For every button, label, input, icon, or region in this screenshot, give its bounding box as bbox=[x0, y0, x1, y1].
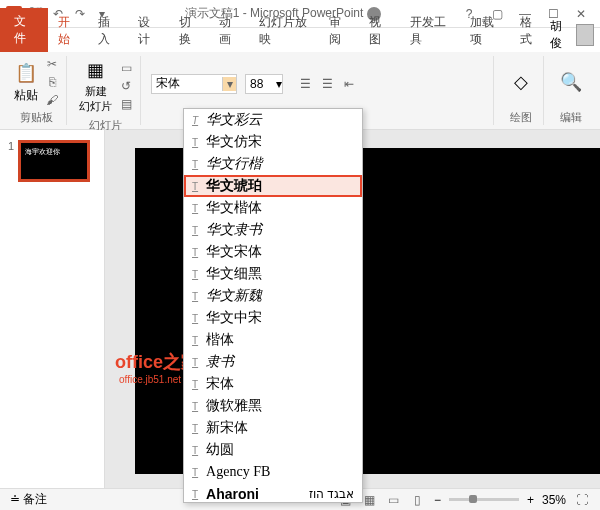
watermark-sub: office.jb51.net bbox=[119, 374, 181, 385]
group-drawing: ◇ 绘图 bbox=[498, 56, 544, 125]
cut-icon[interactable]: ✂ bbox=[44, 56, 60, 72]
tab-design[interactable]: 设计 bbox=[128, 10, 168, 52]
new-slide-icon: ▦ bbox=[84, 58, 108, 82]
username[interactable]: 胡俊 bbox=[550, 18, 569, 52]
tab-insert[interactable]: 插入 bbox=[88, 10, 128, 52]
zoom-level[interactable]: 35% bbox=[542, 493, 566, 507]
font-item[interactable]: T幼圆 bbox=[184, 439, 362, 461]
drawing-button[interactable]: ◇ bbox=[507, 68, 535, 96]
font-item[interactable]: T华文隶书 bbox=[184, 219, 362, 241]
find-button[interactable]: 🔍 bbox=[557, 68, 585, 96]
numbering-icon[interactable]: ☰ bbox=[319, 76, 335, 92]
group-slides: ▦ 新建 幻灯片 ▭ ↺ ▤ 幻灯片 bbox=[71, 56, 141, 125]
font-item[interactable]: T华文仿宋 bbox=[184, 131, 362, 153]
tab-transitions[interactable]: 切换 bbox=[169, 10, 209, 52]
group-editing: 🔍 编辑 bbox=[548, 56, 594, 125]
zoom-slider[interactable] bbox=[449, 498, 519, 501]
font-item[interactable]: T华文楷体 bbox=[184, 197, 362, 219]
font-item[interactable]: T华文彩云 bbox=[184, 109, 362, 131]
reset-icon[interactable]: ↺ bbox=[118, 78, 134, 94]
fit-window-icon[interactable]: ⛶ bbox=[574, 492, 590, 508]
view-reading-icon[interactable]: ▭ bbox=[386, 492, 402, 508]
font-item[interactable]: T华文新魏 bbox=[184, 285, 362, 307]
font-name-input[interactable] bbox=[152, 77, 222, 91]
bullets-icon[interactable]: ☰ bbox=[297, 76, 313, 92]
new-slide-button[interactable]: ▦ 新建 幻灯片 bbox=[77, 56, 114, 116]
tab-review[interactable]: 审阅 bbox=[319, 10, 359, 52]
font-item[interactable]: T宋体 bbox=[184, 373, 362, 395]
tab-addins[interactable]: 加载项 bbox=[460, 10, 510, 52]
group-label: 编辑 bbox=[560, 108, 582, 125]
font-item[interactable]: T华文细黑 bbox=[184, 263, 362, 285]
copy-icon[interactable]: ⎘ bbox=[44, 74, 60, 90]
clipboard-icon: 📋 bbox=[14, 61, 38, 85]
font-item[interactable]: T楷体 bbox=[184, 329, 362, 351]
indent-icon[interactable]: ⇤ bbox=[341, 76, 357, 92]
find-icon: 🔍 bbox=[559, 70, 583, 94]
font-item[interactable]: T华文宋体 bbox=[184, 241, 362, 263]
section-icon[interactable]: ▤ bbox=[118, 96, 134, 112]
slide-number: 1 bbox=[8, 140, 14, 182]
tab-file[interactable]: 文件 bbox=[0, 8, 48, 52]
font-item[interactable]: T隶书 bbox=[184, 351, 362, 373]
font-dropdown-list[interactable]: T华文彩云 T华文仿宋 T华文行楷 T华文琥珀 T华文楷体 T华文隶书 T华文宋… bbox=[183, 108, 363, 503]
view-sorter-icon[interactable]: ▦ bbox=[362, 492, 378, 508]
group-clipboard: 📋 粘贴 ✂ ⎘ 🖌 剪贴板 bbox=[6, 56, 67, 125]
tab-view[interactable]: 视图 bbox=[359, 10, 399, 52]
font-item[interactable]: T新宋体 bbox=[184, 417, 362, 439]
tab-format[interactable]: 格式 bbox=[510, 10, 550, 52]
group-label: 剪贴板 bbox=[20, 108, 53, 125]
view-slideshow-icon[interactable]: ▯ bbox=[410, 492, 426, 508]
font-item[interactable]: T华文行楷 bbox=[184, 153, 362, 175]
zoom-in-icon[interactable]: + bbox=[527, 493, 534, 507]
layout-icon[interactable]: ▭ bbox=[118, 60, 134, 76]
zoom-out-icon[interactable]: − bbox=[434, 493, 441, 507]
notes-button[interactable]: ≐ 备注 bbox=[10, 491, 47, 508]
paste-button[interactable]: 📋 粘贴 bbox=[12, 59, 40, 106]
font-size-input[interactable] bbox=[246, 77, 276, 91]
tab-animations[interactable]: 动画 bbox=[209, 10, 249, 52]
font-item-selected[interactable]: T华文琥珀 bbox=[184, 175, 362, 197]
font-item[interactable]: T华文中宋 bbox=[184, 307, 362, 329]
font-item[interactable]: TAharoniאבגד הוז bbox=[184, 483, 362, 503]
font-item[interactable]: T微软雅黑 bbox=[184, 395, 362, 417]
font-size-combo[interactable]: ▾ bbox=[245, 74, 283, 94]
tab-developer[interactable]: 开发工具 bbox=[400, 10, 460, 52]
font-name-combo[interactable]: ▾ bbox=[151, 74, 237, 94]
group-label: 绘图 bbox=[510, 108, 532, 125]
shapes-icon: ◇ bbox=[509, 70, 533, 94]
slide-panel: 1 海宇欢迎你 bbox=[0, 130, 105, 504]
avatar[interactable] bbox=[576, 24, 594, 46]
size-dropdown-icon[interactable]: ▾ bbox=[276, 77, 282, 91]
tab-slideshow[interactable]: 幻灯片放映 bbox=[249, 10, 319, 52]
tab-home[interactable]: 开始 bbox=[48, 10, 88, 52]
slide-thumbnail[interactable]: 海宇欢迎你 bbox=[18, 140, 90, 182]
ribbon-tabs: 文件 开始 插入 设计 切换 动画 幻灯片放映 审阅 视图 开发工具 加载项 格… bbox=[0, 28, 600, 52]
font-item[interactable]: TAgency FB bbox=[184, 461, 362, 483]
format-painter-icon[interactable]: 🖌 bbox=[44, 92, 60, 108]
font-dropdown-icon[interactable]: ▾ bbox=[222, 77, 236, 91]
